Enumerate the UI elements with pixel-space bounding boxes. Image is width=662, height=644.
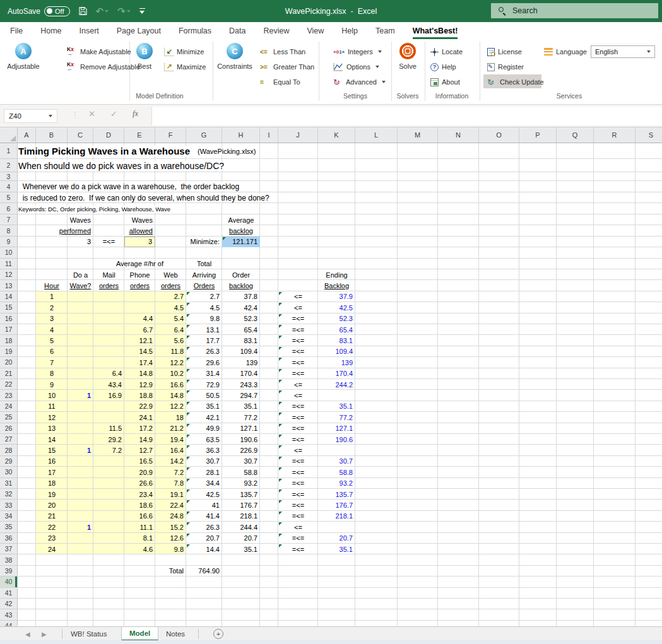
cell-G24[interactable]: 35.1 — [186, 401, 222, 412]
best-button[interactable]: B Best — [122, 43, 167, 70]
cell-B16[interactable]: 3 — [36, 313, 68, 324]
row-header-42[interactable]: 42 — [0, 599, 18, 609]
cell-G34[interactable]: 41.4 — [186, 511, 222, 522]
cell-J23[interactable]: <= — [278, 390, 318, 401]
cell-G19[interactable]: 26.3 — [186, 346, 222, 357]
row-header-17[interactable]: 17 — [0, 324, 18, 335]
cell-B35[interactable]: 22 — [36, 522, 68, 532]
column-header-I[interactable]: I — [260, 127, 278, 143]
cell-F17[interactable]: 6.4 — [155, 324, 186, 335]
cancel-icon[interactable]: ✕ — [88, 109, 95, 119]
row-header-6[interactable]: 6 — [0, 203, 18, 214]
cell-D22[interactable]: 43.4 — [93, 379, 124, 390]
cell-F32[interactable]: 19.1 — [155, 489, 186, 500]
cell-F20[interactable]: 12.2 — [155, 357, 186, 368]
row-header-11[interactable]: 11 — [0, 259, 18, 269]
cell-E36[interactable]: 8.1 — [124, 533, 155, 544]
cell-G21[interactable]: 31.4 — [186, 368, 222, 379]
options-button[interactable]: Options — [333, 61, 379, 73]
cell-H22[interactable]: 243.3 — [222, 379, 260, 390]
cell-B37[interactable]: 24 — [36, 544, 68, 554]
cell-E33[interactable]: 18.6 — [124, 500, 155, 510]
cell-B15[interactable]: 2 — [36, 302, 68, 313]
cell-K31[interactable]: 93.2 — [318, 478, 355, 489]
row-header-9[interactable]: 9 — [0, 237, 18, 247]
cell-E23[interactable]: 18.8 — [124, 390, 155, 401]
formula-input[interactable] — [151, 107, 662, 126]
cell-G27[interactable]: 63.5 — [186, 434, 222, 445]
cell-F30[interactable]: 7.2 — [155, 467, 186, 477]
cell-E30[interactable]: 20.9 — [124, 467, 155, 477]
cell-C8[interactable]: performed — [68, 225, 93, 236]
cell-F15[interactable]: 4.5 — [155, 302, 186, 313]
cell-E17[interactable]: 6.7 — [124, 324, 155, 335]
cell-J37[interactable]: =<= — [278, 544, 318, 554]
cell-A2[interactable]: When should we do pick waves in a wareho… — [18, 159, 36, 172]
row-header-14[interactable]: 14 — [0, 291, 18, 302]
about-button[interactable]: About — [430, 76, 460, 88]
cell-E16[interactable]: 4.4 — [124, 313, 155, 324]
cell-K34[interactable]: 218.1 — [318, 511, 355, 522]
cell-J17[interactable]: =<= — [278, 324, 318, 335]
cell-K33[interactable]: 176.7 — [318, 500, 355, 510]
row-header-30[interactable]: 30 — [0, 467, 18, 477]
search-box[interactable]: Search — [491, 3, 658, 18]
cell-E37[interactable]: 4.6 — [124, 544, 155, 554]
cell-J31[interactable]: =<= — [278, 478, 318, 489]
cell-D28[interactable]: 7.2 — [93, 445, 124, 455]
column-header-C[interactable]: C — [68, 127, 93, 143]
cell-H16[interactable]: 52.3 — [222, 313, 260, 324]
cell-J33[interactable]: =<= — [278, 500, 318, 510]
cell-H36[interactable]: 20.7 — [222, 533, 260, 544]
cell-H28[interactable]: 226.9 — [222, 445, 260, 455]
row-header-43[interactable]: 43 — [0, 609, 18, 620]
cell-H31[interactable]: 93.2 — [222, 478, 260, 489]
cell-E31[interactable]: 26.6 — [124, 478, 155, 489]
row-header-29[interactable]: 29 — [0, 456, 18, 467]
cell-G15[interactable]: 4.5 — [186, 302, 222, 313]
cell-J32[interactable]: =<= — [278, 489, 318, 500]
cell-B32[interactable]: 19 — [36, 489, 68, 500]
row-header-32[interactable]: 32 — [0, 489, 18, 500]
cell-G26[interactable]: 49.9 — [186, 423, 222, 434]
cell-F28[interactable]: 16.4 — [155, 445, 186, 455]
row-header-18[interactable]: 18 — [0, 335, 18, 346]
column-header-J[interactable]: J — [278, 127, 318, 143]
cell-G13[interactable]: Orders — [186, 280, 222, 291]
cell-H29[interactable]: 30.7 — [222, 456, 260, 467]
cell-F25[interactable]: 18 — [155, 412, 186, 423]
column-header-N[interactable]: N — [438, 127, 479, 143]
cell-J24[interactable]: =<= — [278, 401, 318, 412]
cell-C35[interactable]: 1 — [68, 522, 93, 532]
cell-H18[interactable]: 83.1 — [222, 335, 260, 346]
cell-D27[interactable]: 29.2 — [93, 434, 124, 445]
cell-E9[interactable]: 3 — [124, 237, 155, 247]
cell-F19[interactable]: 11.8 — [155, 346, 186, 357]
column-header-G[interactable]: G — [186, 127, 222, 143]
row-header-22[interactable]: 22 — [0, 379, 18, 390]
sheet-tab-notes[interactable]: Notes — [158, 627, 192, 641]
cell-H24[interactable]: 35.1 — [222, 401, 260, 412]
cell-H13[interactable]: backlog — [222, 280, 260, 291]
cell-J22[interactable]: <= — [278, 379, 318, 390]
cell-E32[interactable]: 23.4 — [124, 489, 155, 500]
row-header-21[interactable]: 21 — [0, 368, 18, 379]
less-than-button[interactable]: <= Less Than — [260, 45, 305, 58]
ribbon-tab-home[interactable]: Home — [40, 22, 61, 39]
minimize-button[interactable]: ↙ Minimize — [164, 45, 204, 58]
cell-G39[interactable]: 764.90 — [186, 566, 222, 577]
cell-J16[interactable]: =<= — [278, 313, 318, 324]
row-header-40[interactable]: 40 — [0, 577, 18, 587]
cell-K32[interactable]: 135.7 — [318, 489, 355, 500]
cell-K21[interactable]: 170.4 — [318, 368, 355, 379]
cell-G28[interactable]: 36.3 — [186, 445, 222, 455]
cell-K18[interactable]: 83.1 — [318, 335, 355, 346]
cell-G22[interactable]: 72.9 — [186, 379, 222, 390]
row-header-23[interactable]: 23 — [0, 390, 18, 401]
cell-E34[interactable]: 16.6 — [124, 511, 155, 522]
cell-H20[interactable]: 139 — [222, 357, 260, 368]
row-header-26[interactable]: 26 — [0, 423, 18, 434]
cell-G29[interactable]: 30.7 — [186, 456, 222, 467]
column-header-M[interactable]: M — [398, 127, 438, 143]
insert-function-icon[interactable]: fx — [133, 109, 138, 119]
